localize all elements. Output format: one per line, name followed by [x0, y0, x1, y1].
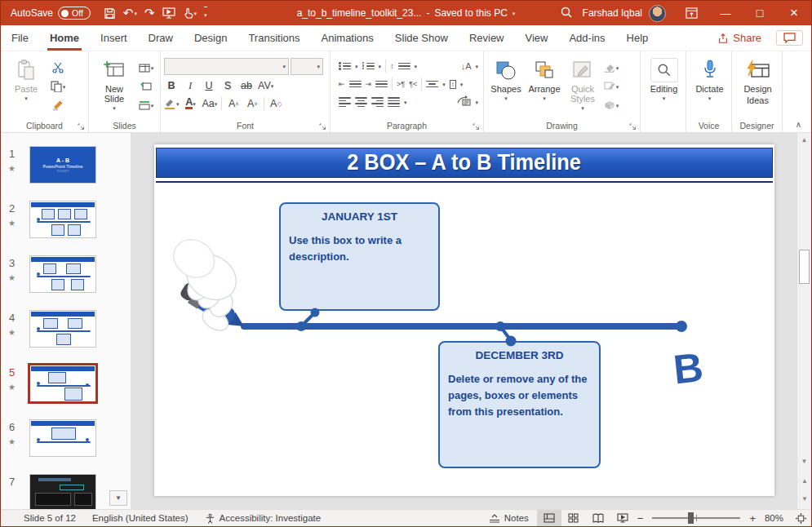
- new-slide-button[interactable]: New Slide ▾: [92, 55, 136, 111]
- user-name[interactable]: Farshad Iqbal: [583, 7, 642, 19]
- shape-outline-button[interactable]: ▾: [601, 78, 621, 95]
- italic-button[interactable]: I: [183, 78, 197, 93]
- slide-2-thumbnail[interactable]: [29, 201, 96, 238]
- highlight-color-button[interactable]: ▾: [164, 96, 180, 111]
- editing-button[interactable]: Editing ▾: [644, 55, 684, 101]
- text-direction-icon[interactable]: ↓A: [461, 61, 472, 71]
- underline-button[interactable]: U: [202, 78, 216, 93]
- justify-icon[interactable]: [388, 97, 400, 107]
- tab-file[interactable]: File: [1, 25, 39, 51]
- design-ideas-button[interactable]: Design Ideas: [735, 55, 780, 105]
- tab-animations[interactable]: Animations: [311, 25, 384, 51]
- user-avatar[interactable]: [649, 5, 666, 22]
- january-box[interactable]: JANUARY 1ST Use this box to write a desc…: [279, 202, 440, 311]
- decrease-indent-icon[interactable]: ⇤: [339, 80, 345, 88]
- fit-slide-to-window-button[interactable]: [790, 510, 811, 526]
- section-button[interactable]: ▾: [136, 97, 156, 113]
- slide-4-thumbnail[interactable]: [29, 310, 96, 348]
- reading-view-button[interactable]: [586, 510, 610, 526]
- save-status-chevron-icon[interactable]: ▾: [512, 11, 516, 16]
- tab-insert[interactable]: Insert: [90, 25, 138, 51]
- scroll-down-arrow[interactable]: ▼: [797, 454, 811, 468]
- format-painter-button[interactable]: [48, 97, 68, 113]
- zoom-in-button[interactable]: +: [747, 512, 758, 525]
- zoom-out-button[interactable]: −: [635, 512, 646, 525]
- clipboard-dialog-launcher[interactable]: [78, 122, 86, 130]
- tab-transitions[interactable]: Transitions: [237, 25, 310, 51]
- font-color-button[interactable]: A▾: [184, 96, 198, 111]
- character-spacing-button[interactable]: AV▾: [258, 78, 273, 93]
- next-slide-button[interactable]: ▼: [797, 492, 811, 506]
- arrange-button[interactable]: Arrange ▾: [525, 55, 564, 101]
- slide-5-thumbnail[interactable]: [29, 365, 96, 402]
- maximize-button[interactable]: □: [743, 1, 777, 25]
- close-button[interactable]: ×: [777, 1, 811, 25]
- shape-effects-button[interactable]: ▾: [601, 97, 621, 113]
- slide-6-thumbnail[interactable]: [29, 419, 96, 457]
- columns-icon[interactable]: [426, 81, 438, 88]
- tab-add-ins[interactable]: Add-ins: [558, 25, 615, 51]
- bold-button[interactable]: B: [164, 78, 179, 93]
- decrease-font-size-button[interactable]: A˅: [245, 96, 260, 111]
- collapse-ribbon-icon[interactable]: ∧: [796, 120, 801, 129]
- slide-sorter-view-button[interactable]: [561, 510, 586, 526]
- text-shadow-button[interactable]: S: [220, 78, 235, 93]
- undo-button[interactable]: ↶▾: [123, 6, 137, 20]
- clear-formatting-button[interactable]: A◇: [268, 96, 283, 111]
- previous-slide-button[interactable]: ▲: [797, 474, 811, 488]
- zoom-level[interactable]: 80%: [758, 510, 790, 526]
- slide-number-indicator[interactable]: Slide 5 of 12: [1, 510, 84, 526]
- shapes-button[interactable]: Shapes ▾: [487, 55, 525, 101]
- scroll-up-arrow[interactable]: ▲: [797, 133, 811, 147]
- accessibility-checker[interactable]: Accessibility: Investigate: [197, 510, 330, 526]
- rtl-direction-icon[interactable]: ¶<: [409, 80, 417, 88]
- notes-toggle[interactable]: Notes: [481, 510, 537, 526]
- increase-font-size-button[interactable]: A˄: [226, 96, 241, 111]
- thumbnail-scroll-down-button[interactable]: ▼: [109, 490, 127, 506]
- tab-view[interactable]: View: [515, 25, 559, 51]
- redo-button[interactable]: ↷: [144, 6, 155, 20]
- reset-slide-button[interactable]: [136, 78, 156, 95]
- strikethrough-button[interactable]: ab: [239, 78, 254, 93]
- drawing-dialog-launcher[interactable]: [629, 122, 637, 130]
- align-center-icon[interactable]: [355, 97, 367, 107]
- copy-button[interactable]: ▾: [48, 78, 68, 95]
- december-box[interactable]: DECEMBER 3RD Delete or remove any of the…: [438, 341, 601, 468]
- slide-1-thumbnail[interactable]: A - B PowerPoint Timeline TOOLKIT: [29, 146, 96, 184]
- scrollbar-thumb[interactable]: [799, 250, 810, 284]
- ribbon-display-options-icon[interactable]: [674, 1, 708, 25]
- ltr-direction-icon[interactable]: >¶: [397, 80, 405, 88]
- autosave-toggle[interactable]: AutoSave Off: [11, 7, 91, 20]
- font-size-combobox[interactable]: ▾: [291, 58, 323, 75]
- slide-7-thumbnail[interactable]: [29, 474, 96, 509]
- cut-button[interactable]: [48, 60, 68, 76]
- slideshow-view-button[interactable]: [610, 510, 635, 526]
- convert-to-smartart-icon[interactable]: [456, 95, 471, 108]
- dictate-button[interactable]: Dictate ▾: [690, 55, 730, 101]
- change-case-button[interactable]: Aa▾: [202, 96, 218, 111]
- search-icon[interactable]: [560, 6, 573, 21]
- increase-indent-icon[interactable]: ⇥: [366, 80, 372, 88]
- align-right-icon[interactable]: [371, 97, 384, 107]
- language-indicator[interactable]: English (United States): [84, 510, 197, 526]
- align-left-icon[interactable]: [339, 97, 351, 107]
- paste-button[interactable]: Paste ▾: [4, 55, 48, 101]
- quick-access-overflow-icon[interactable]: ▾: [204, 7, 207, 20]
- zoom-slider-thumb[interactable]: [688, 512, 694, 524]
- numbering-icon[interactable]: [362, 63, 375, 70]
- tab-review[interactable]: Review: [459, 25, 515, 51]
- save-status[interactable]: Saved to this PC: [434, 7, 507, 19]
- touch-mouse-mode-icon[interactable]: ▾: [183, 7, 197, 19]
- slide-layout-button[interactable]: ▾: [136, 60, 156, 76]
- slide-3-thumbnail[interactable]: [29, 255, 96, 293]
- slide-title-banner[interactable]: 2 BOX – A to B Timeline: [156, 148, 773, 178]
- save-icon[interactable]: [104, 7, 116, 20]
- share-button[interactable]: Share: [709, 29, 770, 46]
- tab-slide-show[interactable]: Slide Show: [384, 25, 459, 51]
- tab-help[interactable]: Help: [616, 25, 659, 51]
- align-text-icon[interactable]: ↕: [450, 80, 456, 89]
- bullets-icon[interactable]: [339, 63, 351, 70]
- comments-icon[interactable]: [776, 30, 803, 46]
- font-name-combobox[interactable]: ▾: [164, 58, 289, 75]
- line-spacing-icon[interactable]: ↕: [390, 62, 394, 70]
